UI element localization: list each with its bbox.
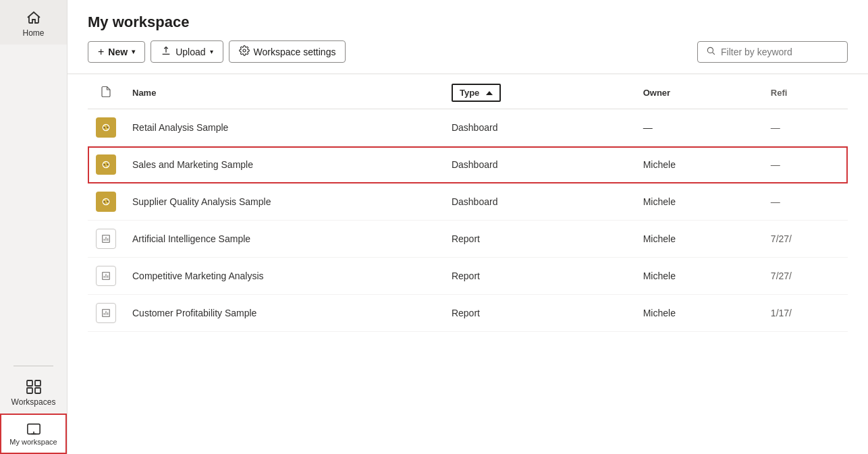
name-col-label: Name	[132, 88, 156, 98]
sidebar-divider	[13, 366, 53, 366]
row-type: Dashboard	[443, 109, 635, 146]
row-name[interactable]: Artificial Intelligence Sample	[124, 221, 443, 258]
sidebar-item-workspaces[interactable]: Workspaces	[0, 369, 67, 414]
table-row[interactable]: Retail Analysis SampleDashboard——	[88, 109, 848, 146]
row-icon-cell	[88, 295, 124, 332]
upload-label: Upload	[175, 47, 205, 57]
sidebar-item-home[interactable]: Home	[0, 0, 67, 45]
col-header-owner: Owner	[635, 74, 763, 109]
page-header: My workspace + New ▾ Upload ▾	[67, 0, 868, 74]
dashboard-icon	[96, 154, 116, 175]
row-icon-cell	[88, 109, 124, 146]
row-name[interactable]: Supplier Quality Analysis Sample	[124, 183, 443, 221]
row-icon-cell	[88, 258, 124, 295]
refresh-col-label: Refi	[771, 88, 788, 98]
svg-point-9	[243, 49, 246, 52]
row-refresh: 7/27/	[763, 258, 848, 295]
row-owner: Michele	[635, 221, 763, 258]
new-label: New	[108, 47, 128, 57]
new-chevron-icon: ▾	[132, 48, 135, 55]
table-row[interactable]: Customer Profitability SampleReportMiche…	[88, 295, 848, 332]
sort-asc-icon	[486, 91, 493, 95]
row-type: Report	[443, 295, 635, 332]
row-refresh: —	[763, 109, 848, 146]
table-header-row: Name Type Owner Refi	[88, 74, 848, 109]
row-name[interactable]: Competitive Marketing Analysis	[124, 258, 443, 295]
col-header-name: Name	[124, 74, 443, 109]
row-owner: Michele	[635, 183, 763, 221]
sidebar-item-my-workspace[interactable]: My workspace	[0, 414, 67, 454]
toolbar: + New ▾ Upload ▾	[88, 40, 848, 63]
workspaces-icon	[26, 378, 42, 395]
upload-icon	[161, 45, 171, 58]
svg-point-10	[707, 47, 713, 53]
dashboard-icon	[96, 117, 116, 138]
page-title: My workspace	[88, 13, 848, 31]
upload-chevron-icon: ▾	[210, 48, 213, 55]
plus-icon: +	[98, 46, 104, 58]
row-type: Dashboard	[443, 183, 635, 221]
workspace-settings-label: Workspace settings	[254, 47, 336, 57]
table-row[interactable]: Sales and Marketing SampleDashboardMiche…	[88, 146, 848, 183]
owner-col-label: Owner	[643, 88, 670, 98]
row-owner: Michele	[635, 258, 763, 295]
filter-input-wrapper[interactable]	[697, 41, 848, 63]
svg-rect-1	[35, 380, 40, 386]
type-sort-button[interactable]: Type	[452, 84, 501, 102]
main-content: My workspace + New ▾ Upload ▾	[67, 0, 868, 454]
workspace-settings-button[interactable]: Workspace settings	[229, 40, 346, 63]
upload-button[interactable]: Upload ▾	[151, 40, 223, 63]
table-row[interactable]: Supplier Quality Analysis SampleDashboar…	[88, 183, 848, 221]
row-icon-cell	[88, 183, 124, 221]
report-icon	[96, 303, 116, 323]
my-workspace-icon	[26, 422, 41, 436]
row-owner: —	[635, 109, 763, 146]
row-type: Report	[443, 258, 635, 295]
svg-rect-0	[27, 380, 32, 386]
new-button[interactable]: + New ▾	[88, 41, 145, 63]
table-row[interactable]: Artificial Intelligence SampleReportMich…	[88, 221, 848, 258]
table-body: Retail Analysis SampleDashboard—— Sales …	[88, 109, 848, 332]
my-workspace-label: My workspace	[9, 438, 57, 446]
row-icon-cell	[88, 146, 124, 183]
row-owner: Michele	[635, 146, 763, 183]
home-icon	[26, 9, 42, 26]
settings-icon	[239, 45, 250, 58]
svg-rect-2	[27, 388, 32, 393]
row-type: Dashboard	[443, 146, 635, 183]
search-icon	[706, 46, 715, 58]
svg-rect-3	[35, 388, 40, 393]
row-owner: Michele	[635, 295, 763, 332]
row-refresh: —	[763, 183, 848, 221]
row-name[interactable]: Sales and Marketing Sample	[124, 146, 443, 183]
row-name[interactable]: Retail Analysis Sample	[124, 109, 443, 146]
filter-keyword-input[interactable]	[721, 47, 839, 57]
items-table: Name Type Owner Refi	[88, 74, 848, 332]
workspaces-label: Workspaces	[11, 397, 56, 407]
svg-line-11	[713, 52, 715, 54]
col-header-refresh: Refi	[763, 74, 848, 109]
col-header-type[interactable]: Type	[443, 74, 635, 109]
row-type: Report	[443, 221, 635, 258]
row-refresh: —	[763, 146, 848, 183]
items-table-area: Name Type Owner Refi	[67, 74, 868, 454]
table-row[interactable]: Competitive Marketing AnalysisReportMich…	[88, 258, 848, 295]
col-header-icon	[88, 74, 124, 109]
row-name[interactable]: Customer Profitability Sample	[124, 295, 443, 332]
type-col-label: Type	[460, 88, 479, 98]
home-label: Home	[22, 28, 44, 38]
report-icon	[96, 229, 116, 249]
row-icon-cell	[88, 221, 124, 258]
row-refresh: 1/17/	[763, 295, 848, 332]
dashboard-icon	[96, 192, 116, 212]
report-icon	[96, 266, 116, 286]
sidebar: Home Workspaces My workspace	[0, 0, 67, 454]
row-refresh: 7/27/	[763, 221, 848, 258]
